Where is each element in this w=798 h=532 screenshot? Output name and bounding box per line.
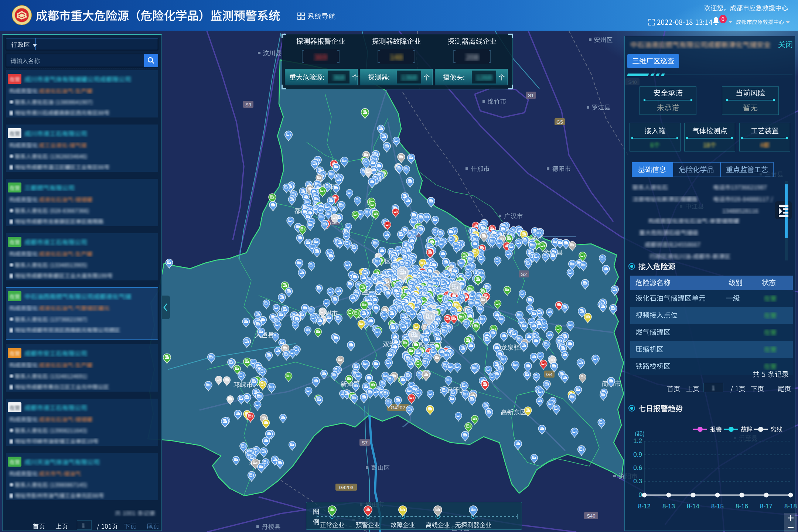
svg-text:S9: S9 xyxy=(245,102,251,108)
svg-text:G4203: G4203 xyxy=(339,485,353,490)
svg-text:S1: S1 xyxy=(528,93,534,98)
svg-text:S7: S7 xyxy=(362,440,368,446)
svg-text:S40: S40 xyxy=(587,513,595,519)
svg-text:G4: G4 xyxy=(546,372,552,377)
svg-text:S2: S2 xyxy=(521,272,527,277)
svg-text:G5: G5 xyxy=(556,119,563,125)
